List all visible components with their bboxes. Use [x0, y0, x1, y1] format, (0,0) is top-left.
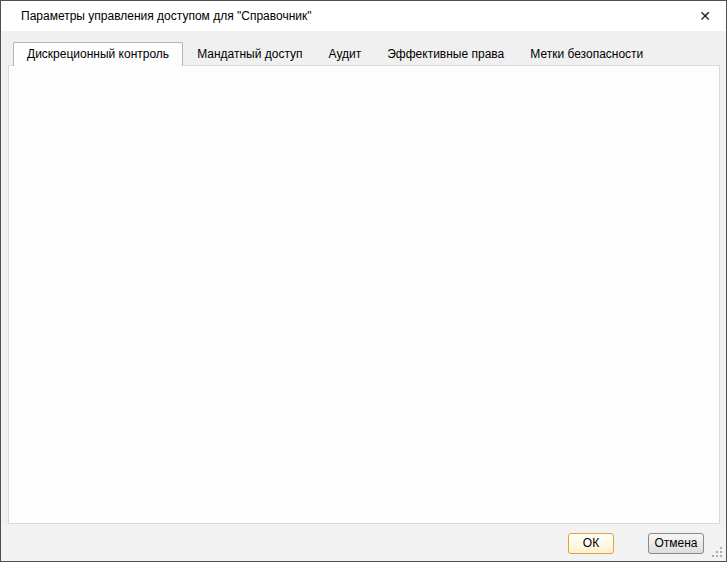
title-bar: Параметры управления доступом для "Справ…	[1, 1, 726, 31]
resize-grip[interactable]	[711, 546, 723, 558]
tab-mandatory-access[interactable]: Мандатный доступ	[185, 43, 314, 66]
tab-strip: Дискреционный контроль Мандатный доступ …	[13, 42, 657, 66]
close-icon[interactable]: ✕	[684, 1, 726, 31]
ok-button[interactable]: ОК	[568, 533, 614, 554]
tab-security-labels[interactable]: Метки безопасности	[518, 43, 655, 66]
tab-discretionary-control[interactable]: Дискреционный контроль	[13, 42, 183, 66]
tab-effective-rights[interactable]: Эффективные права	[375, 43, 516, 66]
access-control-dialog: Параметры управления доступом для "Справ…	[0, 0, 727, 562]
tab-audit[interactable]: Аудит	[317, 43, 374, 66]
dialog-footer	[1, 524, 726, 561]
dialog-title: Параметры управления доступом для "Справ…	[21, 1, 312, 31]
cancel-button[interactable]: Отмена	[648, 533, 704, 554]
tab-panel	[8, 65, 720, 524]
